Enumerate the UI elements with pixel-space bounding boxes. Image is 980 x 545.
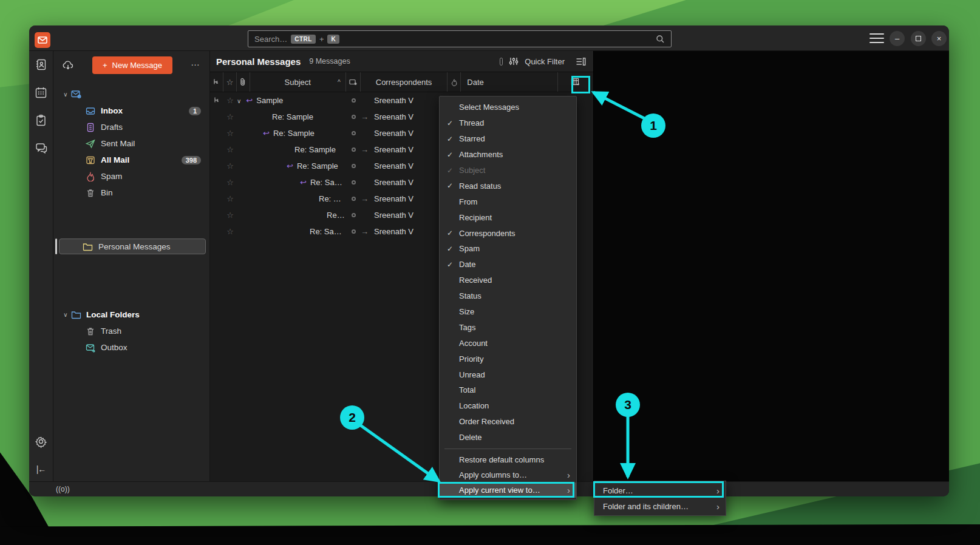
read-status-dot[interactable]	[346, 115, 361, 119]
close-button[interactable]: ×	[931, 31, 947, 46]
thread-icon	[210, 146, 223, 154]
date-column-header[interactable]: Date	[461, 72, 558, 92]
menu-item[interactable]: ✓ Select Messages	[440, 100, 576, 115]
tasks-icon[interactable]	[34, 113, 49, 127]
menu-item[interactable]: ✓ Received	[440, 272, 576, 288]
menu-item-label: Total	[459, 385, 475, 394]
subject-column-header[interactable]: Subject ^	[250, 72, 346, 92]
thread-expander-icon[interactable]: ∨	[237, 98, 241, 104]
read-status-dot[interactable]	[346, 147, 361, 152]
menu-item[interactable]: ✓ Date	[440, 257, 576, 272]
new-message-button[interactable]: + New Message	[92, 56, 172, 74]
account-root-row[interactable]: ∨	[53, 86, 209, 103]
star-icon[interactable]: ☆	[223, 112, 237, 121]
correspondents-column-header[interactable]: Correspondents	[361, 72, 448, 92]
submenu-item[interactable]: Folder… ›	[594, 482, 726, 498]
submenu-arrow-icon: ›	[716, 501, 720, 512]
menu-footer-item[interactable]: ✓ Restore default columns ›	[440, 452, 576, 467]
read-status-dot[interactable]	[346, 131, 361, 135]
folder-row-trash[interactable]: Trash	[53, 323, 209, 339]
column-picker-button[interactable]	[558, 72, 593, 92]
star-icon[interactable]: ☆	[223, 211, 237, 220]
star-icon[interactable]: ☆	[223, 96, 237, 105]
local-folders-root-row[interactable]: ∨ Local Folders	[53, 306, 209, 323]
menu-item-label: Location	[459, 401, 489, 410]
read-status-dot[interactable]	[346, 164, 361, 168]
thread-column-icon[interactable]	[210, 72, 223, 92]
submenu-item[interactable]: Folder and its children… ›	[594, 498, 726, 514]
collapse-spaces-icon[interactable]: |←	[34, 462, 49, 476]
menu-item[interactable]: ✓ Priority	[440, 351, 576, 367]
attachments-column-icon[interactable]	[237, 72, 250, 92]
search-icon	[656, 35, 665, 44]
menu-item[interactable]: ✓ Tags	[440, 319, 576, 335]
get-messages-icon[interactable]	[61, 58, 75, 73]
menu-item[interactable]: ✓ Location	[440, 398, 576, 414]
menu-item[interactable]: ✓ Spam	[440, 241, 576, 257]
folder-label: Outbox	[101, 343, 209, 352]
menu-item[interactable]: ✓ Size	[440, 304, 576, 320]
folder-row-sent[interactable]: Sent Mail	[53, 135, 209, 152]
star-icon[interactable]: ☆	[223, 178, 237, 187]
app-menu-button[interactable]	[869, 33, 884, 43]
correspondent-name: Sreenath V	[374, 129, 413, 138]
read-status-dot[interactable]	[346, 229, 361, 234]
menu-footer-item[interactable]: ✓ Apply current view to… ›	[440, 482, 576, 498]
inbox-icon	[85, 106, 96, 116]
subject-text: Re: Sample	[294, 145, 336, 154]
menu-item[interactable]: ✓ Total	[440, 382, 576, 398]
menu-item[interactable]: ✓ Status	[440, 288, 576, 304]
star-icon[interactable]: ☆	[223, 145, 237, 154]
maximize-button[interactable]	[911, 31, 926, 46]
chevron-down-icon[interactable]: ∨	[61, 91, 70, 98]
starred-column-icon[interactable]: ☆	[223, 72, 237, 92]
spam-column-icon[interactable]	[447, 72, 461, 92]
menu-item[interactable]: ✓ Attachments	[440, 147, 576, 163]
folder-row-spam[interactable]: Spam	[53, 168, 209, 184]
menu-item[interactable]: ✓ Thread	[440, 115, 576, 131]
menu-item[interactable]: ✓ Starred	[440, 131, 576, 147]
subject-cell: ∨↩Sample	[237, 96, 346, 105]
menu-item[interactable]: ✓ Order Received	[440, 414, 576, 430]
folder-row-inbox[interactable]: Inbox 1	[53, 103, 209, 119]
menu-footer-item[interactable]: ✓ Apply columns to… ›	[440, 467, 576, 482]
star-icon[interactable]: ☆	[223, 129, 237, 138]
read-status-dot[interactable]	[346, 197, 361, 201]
quick-filter-label[interactable]: Quick Filter	[525, 57, 565, 66]
read-status-dot[interactable]	[346, 180, 361, 184]
star-icon[interactable]: ☆	[223, 227, 237, 236]
minimize-button[interactable]: –	[890, 31, 905, 46]
folder-row-bin[interactable]: Bin	[53, 184, 209, 201]
menu-item[interactable]: ✓ Read status	[440, 178, 576, 194]
display-options-icon[interactable]	[576, 57, 586, 66]
menu-item[interactable]: ✓ Account	[440, 335, 576, 351]
menu-item[interactable]: ✓ Subject	[440, 163, 576, 178]
menu-item-label: Recipient	[459, 213, 492, 222]
submenu-arrow-icon: ›	[567, 485, 570, 495]
chevron-down-icon[interactable]: ∨	[61, 311, 70, 318]
global-search-input[interactable]: Search… CTRL + K	[248, 30, 672, 47]
settings-gear-icon[interactable]	[34, 434, 49, 449]
folder-row-personal-messages-selected[interactable]: Personal Messages	[59, 239, 206, 254]
menu-item[interactable]: ✓ From	[440, 194, 576, 209]
star-icon[interactable]: ☆	[223, 194, 237, 203]
folder-pane-options-icon[interactable]: …	[191, 57, 200, 67]
calendar-icon[interactable]	[34, 85, 49, 100]
read-status-dot[interactable]	[346, 213, 361, 217]
menu-item[interactable]: ✓ Delete	[440, 430, 576, 445]
chat-icon[interactable]	[34, 141, 49, 155]
read-status-column-icon[interactable]	[346, 72, 361, 92]
folder-label: Spam	[101, 172, 209, 181]
folder-row-drafts[interactable]: Drafts	[53, 119, 209, 135]
menu-item[interactable]: ✓ Recipient	[440, 209, 576, 225]
address-book-icon[interactable]	[34, 57, 49, 72]
thunderbird-logo-icon[interactable]	[35, 32, 50, 48]
read-status-dot[interactable]	[346, 98, 361, 103]
menu-item[interactable]: ✓ Correspondents	[440, 225, 576, 241]
star-icon[interactable]: ☆	[223, 161, 237, 171]
quick-filter-icon[interactable]	[509, 56, 519, 66]
folder-row-outbox[interactable]: Outbox	[53, 339, 209, 356]
menu-item[interactable]: ✓ Unread	[440, 367, 576, 382]
menu-item-label: Attachments	[459, 150, 503, 159]
folder-row-all-mail[interactable]: All Mail 398	[53, 152, 209, 168]
